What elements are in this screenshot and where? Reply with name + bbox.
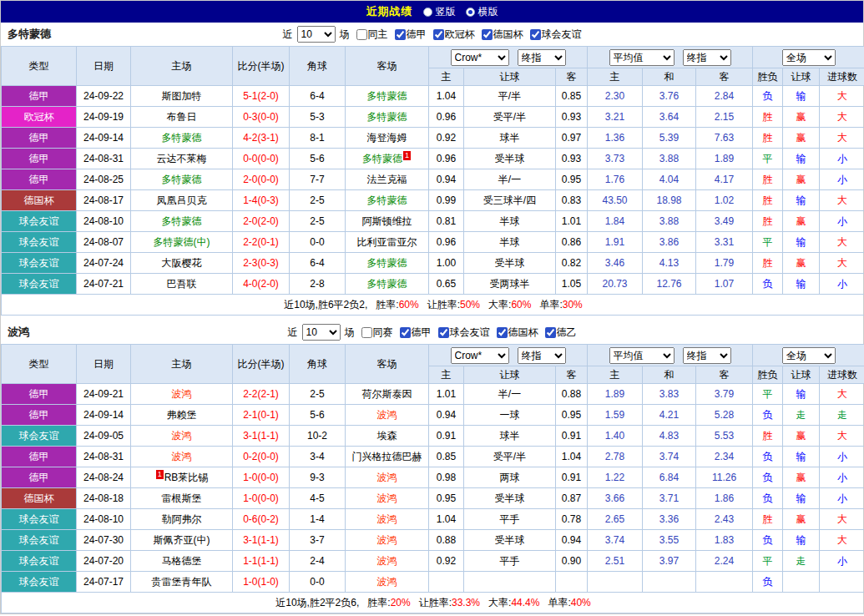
league-filter-checkbox[interactable] <box>400 327 411 338</box>
score-cell[interactable]: 1-0(0-0) <box>233 488 290 509</box>
fulltime-scope-select[interactable]: 全场 <box>782 347 836 364</box>
away-team-name[interactable]: 波鸿 <box>377 555 397 567</box>
home-team-name[interactable]: 布鲁日 <box>167 111 197 123</box>
league-filter-option[interactable]: 德乙 <box>540 326 577 340</box>
home-team-name[interactable]: 凤凰吕贝克 <box>157 194 207 206</box>
league-filter-checkbox[interactable] <box>356 29 367 40</box>
score-cell[interactable]: 0-6(0-2) <box>233 509 290 530</box>
score-cell[interactable]: 2-0(2-0) <box>233 211 290 232</box>
score-cell[interactable]: 1-1(1-1) <box>233 551 290 572</box>
home-team-name[interactable]: 巴吾联 <box>167 278 197 290</box>
away-team-name[interactable]: 比利亚雷亚尔 <box>357 236 417 248</box>
home-team-name[interactable]: 斯图加特 <box>162 90 202 102</box>
score-cell[interactable]: 2-2(0-1) <box>233 232 290 253</box>
away-team-name[interactable]: 多特蒙德 <box>367 278 407 290</box>
away-team-name[interactable]: 波鸿 <box>377 576 397 588</box>
score-cell[interactable]: 4-2(3-1) <box>233 128 290 149</box>
league-filter-option[interactable]: 德国杯 <box>492 326 538 340</box>
away-team-name[interactable]: 多特蒙德 <box>367 194 407 206</box>
score-cell[interactable]: 2-0(0-0) <box>233 169 290 190</box>
league-filter-checkbox[interactable] <box>497 327 508 338</box>
avg-away: 7.63 <box>696 128 753 149</box>
home-team-name[interactable]: 弗赖堡 <box>167 409 197 421</box>
recent-count-select[interactable]: 10 <box>297 26 336 43</box>
result-goals: 大 <box>820 384 864 405</box>
league-filter-checkbox[interactable] <box>438 327 449 338</box>
away-team-name[interactable]: 多特蒙德 <box>367 111 407 123</box>
home-team-name[interactable]: 波鸿 <box>172 451 192 462</box>
league-filter-checkbox[interactable] <box>482 29 493 40</box>
home-team-name[interactable]: 多特蒙德 <box>162 215 202 227</box>
away-team-name[interactable]: 多特蒙德 <box>367 90 407 102</box>
avg-stage-select[interactable]: 终指 <box>683 347 731 364</box>
home-team-name[interactable]: RB莱比锡 <box>164 472 209 483</box>
away-team-name[interactable]: 多特蒙德 <box>367 257 407 269</box>
home-team-name[interactable]: 大阪樱花 <box>162 257 202 269</box>
league-filter-option[interactable]: 德甲 <box>395 326 432 340</box>
home-team-name[interactable]: 雷根斯堡 <box>162 492 202 504</box>
score-cell[interactable]: 5-1(2-0) <box>233 86 290 107</box>
score-cell[interactable]: 3-1(1-1) <box>233 530 290 551</box>
score-cell[interactable]: 2-2(2-1) <box>233 384 290 405</box>
average-select[interactable]: 平均值 <box>609 49 675 66</box>
league-filter-option[interactable]: 球会友谊 <box>433 326 490 340</box>
score-cell[interactable]: 1-0(1-0) <box>233 572 290 593</box>
away-team-name[interactable]: 阿斯顿维拉 <box>362 215 412 227</box>
home-team-name[interactable]: 多特蒙德(中) <box>154 236 210 248</box>
away-team-name[interactable]: 波鸿 <box>377 472 397 483</box>
bookmaker-select[interactable]: Crow* <box>451 347 509 364</box>
away-team-name[interactable]: 门兴格拉德巴赫 <box>352 451 422 462</box>
fulltime-scope-select[interactable]: 全场 <box>782 49 836 66</box>
league-filter-checkbox[interactable] <box>530 29 541 40</box>
away-team-name[interactable]: 海登海姆 <box>367 132 407 144</box>
score-cell[interactable]: 3-1(1-1) <box>233 426 290 447</box>
away-team-name[interactable]: 多特蒙德 <box>362 153 402 164</box>
league-filter-checkbox[interactable] <box>433 29 444 40</box>
home-team-name[interactable]: 云达不莱梅 <box>157 153 207 164</box>
home-team-cell: 贵雷堡青年队 <box>131 572 233 593</box>
away-team-name[interactable]: 波鸿 <box>377 513 397 525</box>
layout-option-horizontal[interactable]: 横版 <box>466 5 498 19</box>
home-team-name[interactable]: 波鸿 <box>172 430 192 442</box>
home-team-name[interactable]: 勒阿弗尔 <box>162 513 202 525</box>
league-filter-option[interactable]: 同赛 <box>356 326 393 340</box>
away-team-name[interactable]: 波鸿 <box>377 534 397 546</box>
score-cell[interactable]: 1-0(0-0) <box>233 467 290 488</box>
score-cell[interactable]: 4-0(2-0) <box>233 274 290 295</box>
league-filter-option[interactable]: 球会友谊 <box>525 28 582 42</box>
away-team-name[interactable]: 波鸿 <box>377 492 397 504</box>
handicap-line: 两球 <box>464 467 556 488</box>
score-cell[interactable]: 0-0(0-0) <box>233 149 290 169</box>
odds-stage-select[interactable]: 终指 <box>518 347 566 364</box>
home-team-name[interactable]: 斯佩齐亚(中) <box>154 534 210 546</box>
avg-stage-select[interactable]: 终指 <box>683 49 731 66</box>
league-filter-option[interactable]: 德甲 <box>390 28 427 42</box>
away-team-name[interactable]: 波鸿 <box>377 409 397 421</box>
league-filter-checkbox[interactable] <box>395 29 406 40</box>
league-filter-option[interactable]: 德国杯 <box>477 28 523 42</box>
away-team-name[interactable]: 法兰克福 <box>367 174 407 185</box>
bookmaker-select[interactable]: Crow* <box>451 49 509 66</box>
league-filter-option[interactable]: 欧冠杯 <box>428 28 475 42</box>
league-filter-checkbox[interactable] <box>545 327 556 338</box>
league-filter-checkbox[interactable] <box>361 327 372 338</box>
away-team-name[interactable]: 埃森 <box>377 430 397 442</box>
home-team-name[interactable]: 多特蒙德 <box>162 174 202 185</box>
odds-stage-select[interactable]: 终指 <box>518 49 566 66</box>
match-date: 24-07-30 <box>77 530 131 551</box>
score-cell[interactable]: 0-3(0-0) <box>233 107 290 128</box>
league-filter-option[interactable]: 同主 <box>351 28 388 42</box>
score-cell[interactable]: 1-4(0-3) <box>233 190 290 211</box>
layout-option-vertical[interactable]: 竖版 <box>423 5 456 19</box>
odds-away: 0.93 <box>556 107 588 128</box>
home-team-name[interactable]: 马格德堡 <box>162 555 202 567</box>
away-team-name[interactable]: 荷尔斯泰因 <box>362 388 412 400</box>
score-cell[interactable]: 0-2(0-0) <box>233 447 290 467</box>
score-cell[interactable]: 2-3(0-3) <box>233 253 290 274</box>
score-cell[interactable]: 2-1(0-1) <box>233 405 290 426</box>
recent-count-select[interactable]: 10 <box>302 324 341 341</box>
home-team-name[interactable]: 波鸿 <box>172 388 192 400</box>
home-team-name[interactable]: 贵雷堡青年队 <box>152 576 212 588</box>
home-team-name[interactable]: 多特蒙德 <box>162 132 202 144</box>
average-select[interactable]: 平均值 <box>609 347 675 364</box>
